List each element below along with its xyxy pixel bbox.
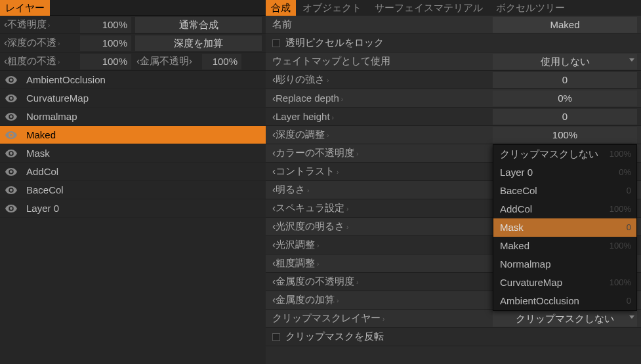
visibility-icon[interactable]: [5, 204, 22, 213]
visibility-icon[interactable]: [5, 112, 22, 121]
prop-value[interactable]: 0%: [493, 91, 637, 106]
prop-value[interactable]: 0: [493, 109, 637, 125]
visibility-icon[interactable]: [5, 75, 22, 85]
visibility-icon[interactable]: [5, 94, 22, 103]
dropdown-item[interactable]: BaceCol0: [493, 182, 636, 200]
layer-row[interactable]: BaceCol: [0, 181, 266, 199]
properties-tabs: 合成オブジェクトサーフェイスマテリアルボクセルツリー: [266, 0, 641, 16]
layer-row[interactable]: Maked: [0, 126, 266, 144]
prop-label[interactable]: ‹光沢度の明るさ›: [266, 220, 493, 233]
layer-name: Layer 0: [22, 203, 59, 214]
layer-row[interactable]: Normalmap: [0, 108, 266, 126]
dropdown-item[interactable]: AmbientOcclusion0: [493, 292, 636, 310]
visibility-icon[interactable]: [5, 167, 22, 176]
prop-value[interactable]: 0: [493, 72, 637, 88]
tab-1[interactable]: オブジェクト: [296, 0, 368, 16]
lock-checkbox[interactable]: [272, 39, 280, 47]
depth-opacity-row: ‹深度の不透› 100% 深度を加算: [0, 34, 266, 52]
prop-weightmap-row: ウェイトマップとして使用 使用しない: [266, 52, 641, 71]
clipmask-select[interactable]: クリップマスクしない: [493, 311, 637, 327]
layer-name: CurvatureMap: [22, 92, 89, 104]
layer-name: BaceCol: [22, 184, 64, 195]
weightmap-select[interactable]: 使用しない: [493, 54, 637, 70]
prop-row: ‹深度の調整› 100%: [266, 126, 641, 144]
prop-name-label: 名前: [266, 18, 493, 31]
opacity-row: ‹不透明度› 100% 通常合成: [0, 16, 266, 34]
opacity-value[interactable]: 100%: [80, 17, 131, 33]
prop-label[interactable]: ‹粗度調整›: [266, 257, 493, 270]
layer-row[interactable]: CurvatureMap: [0, 89, 266, 108]
dropdown-item[interactable]: AddCol100%: [493, 200, 636, 218]
prop-row: ‹Layer height› 0: [266, 108, 641, 126]
tab-rest-spacer: [50, 0, 266, 16]
layers-panel-header: レイヤー: [0, 0, 266, 16]
depth-opacity-value[interactable]: 100%: [80, 35, 131, 51]
dropdown-item[interactable]: Maked100%: [493, 237, 636, 255]
rough-opacity-row: ‹粗度の不透› 100% ‹金属不透明› 100%: [0, 52, 266, 71]
prop-label[interactable]: ‹明るさ›: [266, 184, 493, 196]
layer-name: Normalmap: [22, 111, 77, 122]
dropdown-item[interactable]: Mask0: [493, 218, 636, 237]
opacity-label[interactable]: ‹不透明度›: [0, 18, 80, 31]
metal-opacity-label[interactable]: ‹金属不透明›: [134, 55, 202, 68]
visibility-icon[interactable]: [5, 131, 22, 140]
prop-row: ‹彫りの強さ› 0: [266, 71, 641, 89]
layer-row[interactable]: AmbientOcclusion: [0, 71, 266, 89]
properties-panel: 合成オブジェクトサーフェイスマテリアルボクセルツリー 名前 Maked 透明ピク…: [266, 0, 641, 364]
rough-opacity-value[interactable]: 100%: [80, 54, 131, 70]
prop-label[interactable]: ‹コントラスト›: [266, 165, 493, 178]
lock-label: 透明ピクセルをロック: [285, 37, 384, 49]
prop-label[interactable]: ‹カラーの不透明度›: [266, 147, 493, 159]
prop-label[interactable]: ‹金属度の加算›: [266, 294, 493, 306]
dropdown-item[interactable]: クリップマスクしない100%: [493, 145, 636, 163]
clipinvert-label: クリップマスクを反転: [285, 331, 384, 343]
app-root: レイヤー ‹不透明度› 100% 通常合成 ‹深度の不透› 100% 深度を加算…: [0, 0, 641, 364]
tab-3[interactable]: ボクセルツリー: [489, 0, 571, 16]
tab-2[interactable]: サーフェイスマテリアル: [368, 0, 489, 16]
dropdown-item[interactable]: Layer 00%: [493, 163, 636, 182]
prop-label[interactable]: ‹深度の調整›: [266, 129, 493, 141]
depth-mode-select[interactable]: 深度を加算: [135, 35, 262, 51]
tab-0[interactable]: 合成: [266, 0, 296, 16]
layer-list: AmbientOcclusion CurvatureMap Normalmap …: [0, 71, 266, 364]
prop-value[interactable]: 100%: [493, 127, 637, 143]
prop-clipmask-label: クリップマスクレイヤー›: [266, 312, 493, 325]
prop-lock-row: 透明ピクセルをロック: [266, 34, 641, 52]
layer-name: Mask: [22, 148, 50, 159]
layers-panel: レイヤー ‹不透明度› 100% 通常合成 ‹深度の不透› 100% 深度を加算…: [0, 0, 266, 364]
prop-clipinvert-row: クリップマスクを反転: [266, 328, 641, 346]
visibility-icon[interactable]: [5, 186, 22, 195]
clipinvert-checkbox[interactable]: [272, 333, 280, 341]
depth-opacity-label[interactable]: ‹深度の不透›: [0, 37, 80, 49]
chevron-down-icon: [629, 315, 634, 319]
dropdown-item[interactable]: Normalmap: [493, 255, 636, 273]
blend-mode-select[interactable]: 通常合成: [135, 17, 262, 33]
prop-name-value[interactable]: Maked: [493, 17, 637, 33]
prop-label[interactable]: ‹彫りの強さ›: [266, 73, 493, 86]
layer-name: AddCol: [22, 166, 58, 177]
prop-label[interactable]: ‹Layer height›: [266, 111, 493, 122]
prop-clipmask-row: クリップマスクレイヤー› クリップマスクしない: [266, 310, 641, 328]
layer-row[interactable]: Layer 0: [0, 199, 266, 218]
tab-layers[interactable]: レイヤー: [0, 0, 50, 16]
metal-opacity-value[interactable]: 100%: [202, 54, 241, 70]
layer-opacity-controls: ‹不透明度› 100% 通常合成 ‹深度の不透› 100% 深度を加算 ‹粗度の…: [0, 16, 266, 71]
properties-body: 名前 Maked 透明ピクセルをロック ウェイトマップとして使用 使用しない ‹…: [266, 16, 641, 364]
layer-name: AmbientOcclusion: [22, 74, 106, 85]
dropdown-item[interactable]: CurvatureMap100%: [493, 273, 636, 292]
layer-name: Maked: [22, 129, 56, 140]
prop-weightmap-label: ウェイトマップとして使用: [266, 55, 493, 68]
prop-label[interactable]: ‹光沢調整›: [266, 239, 493, 251]
layer-row[interactable]: Mask: [0, 144, 266, 163]
chevron-down-icon: [629, 58, 634, 62]
prop-label[interactable]: ‹Replace depth›: [266, 92, 493, 104]
clip-mask-dropdown[interactable]: クリップマスクしない100%Layer 00%BaceCol0AddCol100…: [493, 144, 637, 311]
prop-label[interactable]: ‹スペキュラ設定›: [266, 202, 493, 214]
visibility-icon[interactable]: [5, 149, 22, 158]
rough-opacity-label[interactable]: ‹粗度の不透›: [0, 55, 80, 68]
prop-label[interactable]: ‹金属度の不透明度›: [266, 275, 493, 288]
prop-row: ‹Replace depth› 0%: [266, 89, 641, 108]
layer-row[interactable]: AddCol: [0, 163, 266, 181]
prop-name-row: 名前 Maked: [266, 16, 641, 34]
